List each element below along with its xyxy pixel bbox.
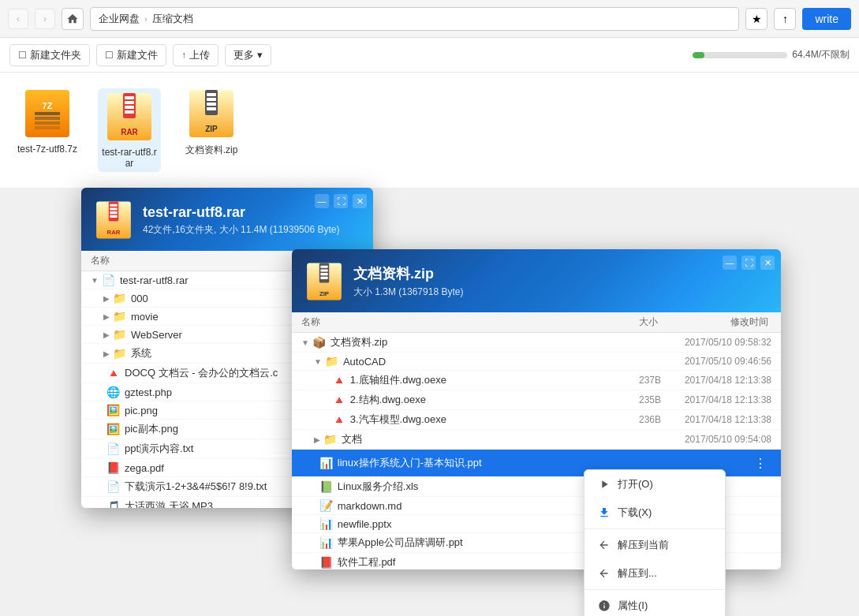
- svg-text:7Z: 7Z: [43, 101, 53, 110]
- file-item-zip[interactable]: ZIP 文档资料.zip: [180, 88, 243, 157]
- rar-window-controls: — ⛶ ✕: [315, 194, 367, 208]
- expand-arrow: ▶: [103, 349, 110, 358]
- svg-rect-23: [110, 204, 117, 207]
- zip-minimize-button[interactable]: —: [723, 256, 737, 270]
- file-area: 7Z test-7z-utf8.7z: [0, 73, 859, 188]
- up-button[interactable]: ↑: [774, 8, 796, 30]
- svg-rect-11: [125, 106, 134, 109]
- write-button[interactable]: write: [802, 8, 851, 30]
- item-name: 文档: [342, 432, 598, 446]
- rar-maximize-button[interactable]: ⛶: [334, 194, 348, 208]
- svg-rect-6: [35, 126, 60, 129]
- item-icon: 📁: [113, 310, 126, 323]
- context-menu-label: 解压到...: [618, 566, 657, 581]
- expand-arrow: ▶: [314, 435, 320, 444]
- item-name: 苹果Apple公司品牌调研.ppt: [338, 536, 598, 550]
- item-icon: 📁: [113, 292, 126, 304]
- svg-rect-10: [125, 101, 134, 104]
- svg-rect-32: [320, 273, 327, 275]
- item-icon: 📦: [312, 336, 326, 349]
- zip-window-icon: ZIP: [304, 262, 344, 301]
- home-button[interactable]: [62, 8, 84, 30]
- file-name-zip: 文档资料.zip: [185, 144, 238, 157]
- file-name-rar: test-rar-utf8.rar: [101, 147, 158, 169]
- zip-list-item[interactable]: 🔺 2.结构.dwg.oexe 235B 2017/04/18 12:13:38: [292, 390, 781, 410]
- zip-close-button[interactable]: ✕: [760, 256, 775, 270]
- expand-arrow: [327, 396, 329, 405]
- item-name: 1.底轴组件.dwg.oexe: [350, 373, 598, 387]
- extract-to-icon: [597, 566, 611, 581]
- upload-button[interactable]: ↑ 上传: [173, 44, 218, 66]
- zip-list-item[interactable]: ▶ 📁 文档 2017/05/10 09:54:08: [292, 430, 781, 450]
- svg-rect-33: [320, 277, 327, 279]
- item-date: 2017/05/10 09:58:32: [661, 337, 771, 348]
- context-menu-item-open[interactable]: 打开(O): [584, 470, 725, 498]
- item-icon: 📄: [106, 480, 120, 493]
- zip-col-header: 名称 大小 修改时间: [292, 312, 781, 333]
- zip-list-item[interactable]: ▼ 📦 文档资料.zip 2017/05/10 09:58:32: [292, 333, 781, 353]
- item-icon: 📝: [319, 499, 333, 512]
- zip-window-header: ZIP 文档资料.zip 大小 1.3M (1367918 Byte) — ⛶ …: [292, 249, 781, 312]
- expand-arrow: [314, 558, 316, 567]
- item-name: newfile.pptx: [338, 518, 598, 530]
- back-button[interactable]: ‹: [8, 9, 28, 29]
- svg-rect-9: [125, 96, 134, 99]
- svg-rect-26: [110, 215, 117, 218]
- svg-rect-12: [125, 110, 134, 114]
- new-folder-button[interactable]: ☐ 新建文件夹: [9, 44, 90, 66]
- rar-minimize-button[interactable]: —: [315, 194, 329, 208]
- expand-arrow: ▶: [103, 312, 110, 321]
- item-icon: 📕: [319, 556, 333, 569]
- item-size: 237B: [598, 375, 661, 386]
- top-bar: ‹ › 企业网盘 › 压缩文档 ★ ↑ write: [0, 0, 859, 38]
- svg-text:ZIP: ZIP: [205, 125, 218, 133]
- context-menu-item-extract-here[interactable]: 解压到当前: [584, 531, 725, 559]
- svg-rect-3: [35, 112, 60, 115]
- rar-close-button[interactable]: ✕: [353, 194, 367, 208]
- zip-list-item[interactable]: 🔺 1.底轴组件.dwg.oexe 237B 2017/04/18 12:13:…: [292, 371, 781, 390]
- expand-arrow: ▶: [103, 330, 110, 339]
- zip-window-info: 文档资料.zip 大小 1.3M (1367918 Byte): [353, 264, 768, 299]
- context-menu-divider: [584, 528, 725, 529]
- zip-list-item[interactable]: 🔺 3.汽车模型.dwg.oexe 236B 2017/04/18 12:13:…: [292, 410, 781, 430]
- file-icon-7z: 7Z: [22, 88, 73, 139]
- download-icon: [597, 506, 611, 520]
- item-icon: 📁: [323, 433, 337, 446]
- breadcrumb: 企业网盘 › 压缩文档: [90, 7, 739, 31]
- rar-window-header: RAR test-rar-utf8.rar 42文件,16文件夹, 大小 11.…: [81, 188, 373, 251]
- storage-bar: [693, 52, 787, 58]
- expand-arrow: ▼: [301, 338, 309, 347]
- zip-maximize-button[interactable]: ⛶: [741, 256, 756, 270]
- zip-window-title: 文档资料.zip: [353, 264, 768, 283]
- file-item-7z[interactable]: 7Z test-7z-utf8.7z: [16, 88, 79, 155]
- breadcrumb-current[interactable]: 压缩文档: [152, 12, 193, 26]
- context-menu-item-download[interactable]: 下载(X): [584, 498, 725, 527]
- star-button[interactable]: ★: [745, 8, 767, 30]
- zip-window-subtitle: 大小 1.3M (1367918 Byte): [353, 286, 768, 299]
- more-button[interactable]: 更多 ▾: [225, 44, 271, 66]
- zip-col-size: 大小: [595, 315, 658, 329]
- more-options-button[interactable]: ⋮: [749, 452, 771, 474]
- item-icon: 📗: [319, 480, 333, 493]
- svg-rect-19: [207, 107, 216, 110]
- file-item-rar[interactable]: RAR test-rar-utf8.rar: [98, 88, 161, 172]
- storage-indicator: 64.4M/不限制: [693, 48, 850, 62]
- item-icon: 🌐: [106, 386, 120, 398]
- context-menu-label: 解压到当前: [618, 538, 669, 552]
- item-icon: 📁: [113, 328, 126, 341]
- svg-rect-30: [320, 266, 327, 268]
- item-date: 2017/04/18 12:13:38: [661, 375, 771, 386]
- expand-arrow: [314, 483, 316, 491]
- file-icon-zip: ZIP: [186, 88, 237, 139]
- file-name-7z: test-7z-utf8.7z: [17, 144, 77, 155]
- context-menu-item-info[interactable]: 属性(I): [584, 592, 725, 616]
- breadcrumb-enterprise[interactable]: 企业网盘: [99, 12, 140, 26]
- context-menu-item-extract-to[interactable]: 解压到...: [584, 559, 725, 588]
- item-name: Linux服务介绍.xls: [338, 480, 598, 494]
- new-file-button[interactable]: ☐ 新建文件: [96, 44, 166, 66]
- zip-list-item[interactable]: ▼ 📁 AutoCAD 2017/05/10 09:46:56: [292, 353, 781, 371]
- forward-button[interactable]: ›: [35, 9, 55, 29]
- upload-icon: ↑: [181, 50, 186, 61]
- item-name: 2.结构.dwg.oexe: [350, 393, 598, 407]
- zip-window-controls: — ⛶ ✕: [723, 256, 775, 270]
